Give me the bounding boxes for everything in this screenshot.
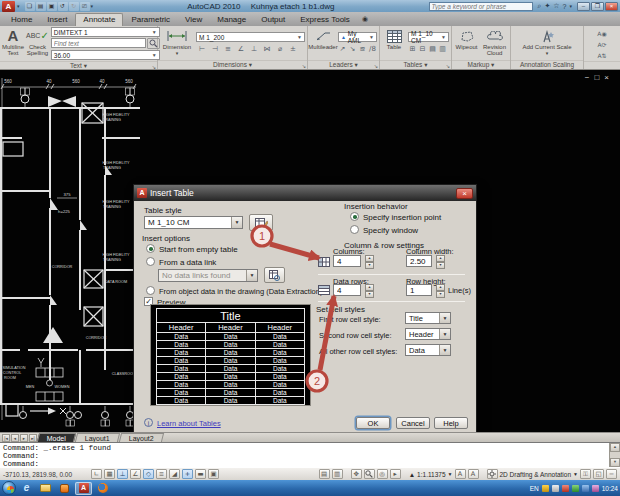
panel-label-markup[interactable]: Markup ▾ xyxy=(452,60,510,69)
tray-update-icon[interactable] xyxy=(572,485,579,492)
cancel-button[interactable]: Cancel xyxy=(396,417,430,429)
add-current-scale-button[interactable]: Add Current Scale ▾ xyxy=(517,27,577,59)
chevron-down-icon[interactable]: ▼ xyxy=(231,217,242,228)
data-link-combo[interactable]: No data links found ▼ xyxy=(158,269,258,282)
dim-angular-icon[interactable]: ∠ xyxy=(235,43,247,54)
restore-button[interactable]: ❐ xyxy=(591,2,604,11)
help-button[interactable]: Help xyxy=(434,417,468,429)
table-from-data-icon[interactable]: ⊞ xyxy=(408,43,417,54)
sync-scale-positions-icon[interactable]: A⇅ xyxy=(596,49,608,60)
table-extract-icon[interactable]: ▤ xyxy=(428,43,437,54)
learn-about-tables-link[interactable]: Learn about Tables xyxy=(157,419,221,428)
table-export-icon[interactable]: ⊟ xyxy=(418,43,427,54)
redo-icon[interactable]: ↻ xyxy=(69,2,79,11)
start-button[interactable] xyxy=(2,481,16,495)
autoscale-icon[interactable]: A xyxy=(468,469,479,479)
tray-printer-icon[interactable] xyxy=(552,485,559,492)
first-row-style-combo[interactable]: Title ▼ xyxy=(405,312,451,324)
dyn-toggle[interactable]: + xyxy=(182,469,193,479)
from-object-data-radio[interactable] xyxy=(146,286,155,295)
lock-icon[interactable]: ⚿ xyxy=(580,469,591,479)
chevron-down-icon[interactable]: ▼ xyxy=(448,471,453,477)
qat-dropdown-icon[interactable]: ▾ xyxy=(91,3,94,9)
leader-style-combo[interactable]: ▲ My AML▼ xyxy=(338,32,377,42)
language-indicator[interactable]: EN xyxy=(530,485,539,492)
tab-annotate[interactable]: Annotate xyxy=(75,13,123,26)
tab-output[interactable]: Output xyxy=(254,14,292,26)
taskbar-internet-explorer[interactable]: e xyxy=(18,482,35,495)
qp-toggle[interactable]: ▣ xyxy=(208,469,219,479)
tab-insert[interactable]: Insert xyxy=(40,14,74,26)
from-data-link-radio[interactable] xyxy=(146,257,155,266)
pan-icon[interactable]: ✥ xyxy=(351,469,362,479)
row-height-input[interactable] xyxy=(406,284,432,296)
command-window[interactable]: Command: _.erase 1 found Command: Comman… xyxy=(0,442,620,467)
annotation-visibility-icon[interactable]: A xyxy=(455,469,466,479)
find-text-input[interactable] xyxy=(51,38,146,48)
panel-label-leaders[interactable]: Leaders ▾ ↘ xyxy=(308,60,379,69)
multileader-button[interactable]: Multileader xyxy=(310,27,336,59)
data-rows-input[interactable] xyxy=(333,284,361,296)
tab-parametric[interactable]: Parametric xyxy=(124,14,177,26)
dim-linear-icon[interactable]: ⊢ xyxy=(196,43,208,54)
dim-center-icon[interactable]: ⌀ xyxy=(274,43,286,54)
chevron-down-icon[interactable]: ▼ xyxy=(439,345,450,355)
command-scrollbar[interactable]: ▲▼ xyxy=(609,443,620,467)
other-rows-style-combo[interactable]: Data ▼ xyxy=(405,344,451,356)
dimension-button[interactable]: Dimension ▾ xyxy=(160,27,194,59)
app-menu-arrow-icon[interactable]: ▾ xyxy=(17,3,20,9)
otrack-toggle[interactable]: ≡ xyxy=(156,469,167,479)
new-icon[interactable]: ❏ xyxy=(25,2,35,11)
subscription-icon[interactable]: ✦ xyxy=(544,2,550,10)
showmotion-icon[interactable]: ▸ xyxy=(390,469,401,479)
specify-insertion-point-radio[interactable] xyxy=(350,212,359,221)
second-row-style-combo[interactable]: Header ▼ xyxy=(405,328,451,340)
dim-tolerance-icon[interactable]: ± xyxy=(287,43,299,54)
taskbar-explorer[interactable] xyxy=(37,482,54,495)
lwt-toggle[interactable]: ▬ xyxy=(195,469,206,479)
table-link-icon[interactable]: ▥ xyxy=(438,43,447,54)
auto-scale-icon[interactable]: A⟳ xyxy=(596,38,608,49)
annotation-visibility-icon[interactable]: A◉ xyxy=(596,27,608,38)
dialog-title-bar[interactable]: A Insert Table × xyxy=(134,185,476,201)
grid-toggle[interactable]: ▦ xyxy=(104,469,115,479)
tray-network-icon[interactable] xyxy=(582,485,589,492)
prev-tab-icon[interactable]: ◂ xyxy=(11,434,19,442)
undo-icon[interactable]: ↺ xyxy=(58,2,68,11)
ok-button[interactable]: OK xyxy=(356,417,390,429)
search-icon[interactable]: ⌕ xyxy=(538,2,542,10)
panel-label-annotation-scaling[interactable]: Annotation Scaling xyxy=(511,60,583,69)
ducs-toggle[interactable]: ◢ xyxy=(169,469,180,479)
column-width-input[interactable] xyxy=(406,255,432,267)
dialog-close-button[interactable]: × xyxy=(456,188,473,199)
quick-view-layouts-icon[interactable]: ▥ xyxy=(332,469,343,479)
columns-spinner[interactable]: ▲▼ xyxy=(365,255,374,267)
dialog-launcher-icon[interactable]: ↘ xyxy=(374,62,378,70)
close-button[interactable]: × xyxy=(605,2,618,11)
row-height-spinner[interactable]: ▲▼ xyxy=(436,284,445,296)
clock[interactable]: 10:24 xyxy=(602,485,618,492)
open-icon[interactable]: ▤ xyxy=(36,2,46,11)
scroll-up-icon[interactable]: ▲ xyxy=(610,443,620,452)
steering-wheel-icon[interactable]: ◎ xyxy=(377,469,388,479)
dim-style-combo[interactable]: M 1_200▼ xyxy=(196,32,305,42)
annotation-scale-value[interactable]: 1:1.11375 xyxy=(417,471,445,478)
next-tab-icon[interactable]: ▸ xyxy=(20,434,28,442)
app-menu-icon[interactable]: A xyxy=(2,1,15,12)
tab-manage[interactable]: Manage xyxy=(210,14,253,26)
snap-toggle[interactable]: ∟ xyxy=(91,469,102,479)
data-link-manager-button[interactable] xyxy=(264,267,285,283)
chevron-down-icon[interactable]: ▼ xyxy=(439,313,450,323)
tab-layout2[interactable]: Layout2 xyxy=(119,433,164,442)
infocenter-search-input[interactable] xyxy=(429,2,533,11)
chevron-down-icon[interactable]: ▼ xyxy=(439,329,450,339)
table-button[interactable]: Table xyxy=(382,27,406,59)
polar-toggle[interactable]: ∠ xyxy=(130,469,141,479)
panel-label-text[interactable]: Text ▾ ↘ xyxy=(0,61,157,70)
ribbon-options-icon[interactable]: ◉ xyxy=(362,15,368,23)
check-spelling-button[interactable]: ABC✓ Check Spelling xyxy=(26,27,49,60)
clean-screen-icon[interactable]: ◱ xyxy=(593,469,604,479)
tab-view[interactable]: View xyxy=(178,14,209,26)
dim-break-icon[interactable]: ⊥ xyxy=(248,43,260,54)
start-empty-table-radio[interactable] xyxy=(146,244,155,253)
